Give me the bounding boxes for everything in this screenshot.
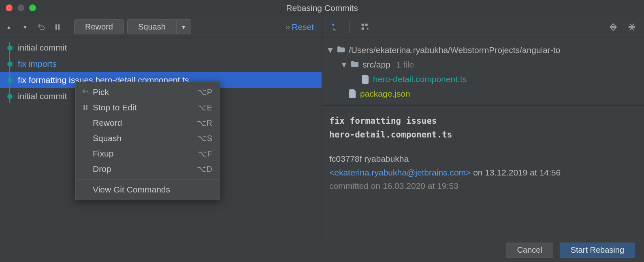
commit-dot bbox=[7, 78, 13, 83]
move-up-icon[interactable] bbox=[2, 21, 15, 34]
ctx-shortcut: ⌥F bbox=[198, 149, 213, 158]
commit-dot bbox=[7, 94, 13, 99]
reset-link[interactable]: ›› Reset bbox=[286, 22, 314, 32]
toolbar-separator bbox=[349, 21, 350, 33]
minimize-window-button[interactable] bbox=[17, 4, 24, 11]
details-title-line1: fix formatting issues bbox=[329, 114, 637, 128]
group-by-icon[interactable] bbox=[358, 21, 371, 34]
ctx-label: Reword bbox=[93, 118, 197, 128]
tree-file-name: package.json bbox=[360, 89, 410, 99]
toolbar: Reword Squash ▼ ›› Reset bbox=[0, 16, 644, 38]
tree-folder-name: src/app bbox=[363, 60, 390, 70]
ctx-label: Squash bbox=[93, 133, 197, 143]
chevron-down-icon: ▼ bbox=[181, 24, 186, 30]
disclosure-triangle-icon[interactable]: ▼ bbox=[340, 60, 347, 70]
ctx-label: Pick bbox=[93, 87, 197, 97]
squash-button[interactable]: Squash bbox=[127, 19, 177, 34]
ctx-label: View Git Commands bbox=[93, 185, 213, 194]
tree-folder[interactable]: ▼ src/app 1 file bbox=[324, 57, 640, 72]
commit-row[interactable]: initial commit bbox=[0, 40, 322, 56]
close-window-button[interactable] bbox=[6, 4, 13, 11]
toolbar-right bbox=[322, 16, 644, 38]
tree-root-path: /Users/ekaterina.ryabukha/WebstormProjec… bbox=[349, 45, 561, 55]
tree-folder-badge: 1 file bbox=[396, 60, 414, 70]
svg-rect-2 bbox=[362, 23, 364, 26]
titlebar: Rebasing Commits bbox=[0, 0, 644, 16]
undo-icon[interactable] bbox=[35, 21, 48, 34]
details-committed: committed on 16.03.2020 at 19:53 bbox=[329, 179, 637, 193]
reword-button[interactable]: Reword bbox=[74, 19, 124, 34]
ctx-shortcut: ⌥S bbox=[197, 133, 213, 143]
main-split: initial commit fix imports fix formattin… bbox=[0, 38, 644, 238]
ctx-drop[interactable]: Drop ⌥D bbox=[76, 161, 220, 177]
commit-message: initial commit bbox=[18, 43, 67, 53]
undo-icon bbox=[80, 88, 91, 96]
ctx-label: Drop bbox=[93, 164, 197, 174]
collapse-diff-icon[interactable] bbox=[327, 21, 340, 34]
toolbar-separator bbox=[69, 21, 69, 33]
commit-details: fix formatting issues hero-detail.compon… bbox=[322, 106, 644, 202]
commit-list-pane: initial commit fix imports fix formattin… bbox=[0, 38, 322, 238]
maximize-window-button[interactable] bbox=[29, 4, 36, 11]
tree-file[interactable]: package.json bbox=[324, 87, 640, 101]
ctx-label: Stop to Edit bbox=[93, 103, 197, 112]
expand-all-icon[interactable] bbox=[607, 21, 620, 34]
commit-message: fix imports bbox=[18, 59, 57, 69]
ctx-pick[interactable]: Pick ⌥P bbox=[76, 85, 220, 100]
ts-file-icon bbox=[362, 75, 370, 83]
reset-label: Reset bbox=[292, 22, 314, 32]
window-title: Rebasing Commits bbox=[286, 3, 358, 13]
ctx-label: Fixup bbox=[93, 149, 198, 158]
svg-rect-8 bbox=[86, 105, 87, 110]
file-tree: ▼ /Users/ekaterina.ryabukha/WebstormProj… bbox=[322, 38, 644, 106]
ctx-shortcut: ⌥R bbox=[197, 118, 213, 128]
collapse-all-icon[interactable] bbox=[625, 21, 638, 34]
svg-rect-5 bbox=[610, 27, 616, 27]
svg-rect-7 bbox=[83, 105, 85, 110]
ctx-squash[interactable]: Squash ⌥S bbox=[76, 131, 220, 146]
details-pane: ▼ /Users/ekaterina.ryabukha/WebstormProj… bbox=[322, 38, 644, 238]
details-date: on 13.12.2019 at 14:56 bbox=[471, 168, 561, 177]
squash-split-button: Squash ▼ bbox=[127, 19, 191, 34]
ctx-shortcut: ⌥D bbox=[197, 164, 213, 174]
commit-dot bbox=[7, 61, 13, 67]
disclosure-triangle-icon[interactable]: ▼ bbox=[326, 45, 333, 55]
svg-rect-0 bbox=[55, 24, 57, 30]
ctx-fixup[interactable]: Fixup ⌥F bbox=[76, 146, 220, 161]
commit-dot bbox=[7, 45, 13, 51]
squash-dropdown[interactable]: ▼ bbox=[177, 19, 191, 34]
ctx-stop-to-edit[interactable]: Stop to Edit ⌥E bbox=[76, 100, 220, 115]
window-controls bbox=[6, 4, 36, 11]
ctx-view-git-commands[interactable]: View Git Commands bbox=[76, 182, 220, 197]
svg-rect-1 bbox=[58, 24, 60, 30]
tree-file[interactable]: hero-detail.component.ts bbox=[324, 72, 640, 87]
pause-icon bbox=[80, 104, 91, 111]
context-menu: Pick ⌥P Stop to Edit ⌥E Reword ⌥R Squash… bbox=[75, 82, 220, 200]
dialog-footer: Cancel Start Rebasing bbox=[0, 238, 644, 262]
commit-message: initial commit bbox=[18, 91, 67, 101]
start-rebasing-button[interactable]: Start Rebasing bbox=[560, 243, 635, 258]
cancel-button[interactable]: Cancel bbox=[506, 243, 553, 258]
commit-row[interactable]: fix imports bbox=[0, 56, 322, 72]
svg-rect-3 bbox=[365, 23, 368, 26]
tree-file-name: hero-detail.component.ts bbox=[373, 74, 467, 84]
pause-icon[interactable] bbox=[51, 21, 64, 34]
details-email: <ekaterina.ryabukha@jetbrains.com> bbox=[329, 168, 471, 177]
chevrons-icon: ›› bbox=[286, 23, 290, 31]
svg-rect-4 bbox=[362, 27, 364, 30]
ctx-reword[interactable]: Reword ⌥R bbox=[76, 115, 220, 131]
ctx-shortcut: ⌥E bbox=[197, 103, 213, 112]
folder-icon bbox=[337, 45, 345, 55]
json-file-icon bbox=[349, 90, 357, 98]
context-menu-separator bbox=[77, 179, 219, 180]
move-down-icon[interactable] bbox=[19, 21, 32, 34]
folder-icon bbox=[350, 60, 359, 70]
details-title-line2: hero-detail.component.ts bbox=[329, 128, 637, 142]
details-hash-author: fc03778f ryababukha bbox=[329, 152, 637, 166]
tree-root[interactable]: ▼ /Users/ekaterina.ryabukha/WebstormProj… bbox=[324, 43, 640, 57]
details-author-line: <ekaterina.ryabukha@jetbrains.com> on 13… bbox=[329, 166, 637, 180]
svg-rect-6 bbox=[629, 27, 635, 27]
toolbar-left: Reword Squash ▼ ›› Reset bbox=[0, 19, 322, 34]
ctx-shortcut: ⌥P bbox=[197, 87, 213, 97]
